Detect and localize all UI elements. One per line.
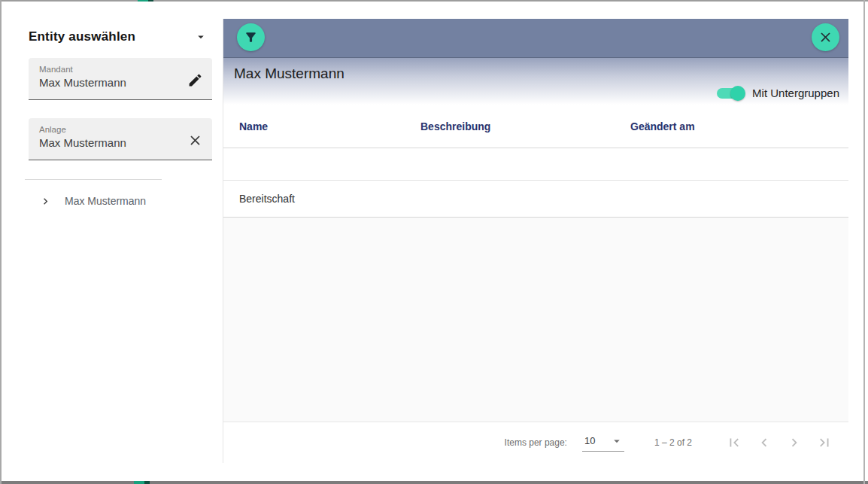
filter-icon bbox=[244, 30, 258, 44]
anlage-clear-button[interactable] bbox=[184, 129, 205, 151]
sidebar-divider bbox=[25, 179, 162, 180]
window-border-bottom bbox=[0, 481, 868, 484]
entity-sidebar: Entity auswählen Mandant Max Mustermann … bbox=[2, 2, 223, 481]
next-page-button[interactable] bbox=[785, 434, 803, 452]
anlage-field[interactable]: Anlage Max Mustermann bbox=[29, 118, 212, 160]
edit-icon bbox=[187, 72, 203, 88]
column-header-beschreibung: Beschreibung bbox=[420, 120, 630, 132]
items-per-page-label: Items per page: bbox=[505, 437, 567, 448]
last-page-button[interactable] bbox=[815, 434, 833, 452]
table-empty-area bbox=[223, 218, 848, 422]
group-list-panel: Max Mustermann Mit Untergruppen Name Bes… bbox=[223, 19, 848, 463]
filter-button[interactable] bbox=[237, 23, 265, 51]
entity-select-dialog: Entity auswählen Mandant Max Mustermann … bbox=[0, 0, 868, 484]
toggle-thumb bbox=[730, 86, 745, 101]
sidebar-header: Entity auswählen bbox=[29, 29, 209, 45]
paginator: Items per page: 10 1 – 2 of 2 bbox=[223, 422, 848, 463]
anlage-field-value: Max Mustermann bbox=[39, 136, 202, 149]
column-header-geaendert-am: Geändert am bbox=[630, 120, 848, 132]
first-page-button[interactable] bbox=[725, 434, 743, 452]
chevron-left-icon bbox=[756, 434, 772, 451]
panel-title: Max Mustermann bbox=[234, 65, 344, 82]
items-per-page-value: 10 bbox=[584, 435, 595, 446]
background-accent-sliver bbox=[134, 481, 144, 484]
table-header-row: Name Beschreibung Geändert am bbox=[223, 105, 848, 148]
window-border-right bbox=[863, 0, 865, 484]
subgroups-toggle[interactable] bbox=[717, 88, 743, 99]
close-icon bbox=[818, 29, 833, 45]
collapse-panel-button[interactable] bbox=[193, 29, 209, 45]
table-row[interactable] bbox=[223, 148, 848, 181]
table-row[interactable]: Bereitschaft bbox=[223, 181, 848, 218]
background-accent-sliver-dark bbox=[144, 481, 150, 484]
close-button[interactable] bbox=[812, 23, 839, 51]
tree-item-label: Max Mustermann bbox=[65, 195, 146, 207]
mandant-field-value: Max Mustermann bbox=[39, 76, 202, 89]
sidebar-title: Entity auswählen bbox=[29, 29, 135, 44]
panel-header-bar bbox=[223, 19, 848, 58]
mandant-edit-button[interactable] bbox=[184, 69, 205, 90]
anlage-field-label: Anlage bbox=[39, 125, 202, 134]
chevron-right-icon bbox=[39, 195, 52, 208]
clear-icon bbox=[187, 132, 203, 148]
row-name: Bereitschaft bbox=[239, 193, 420, 205]
column-header-name: Name bbox=[239, 120, 420, 132]
paginator-nav bbox=[725, 434, 833, 452]
subgroups-toggle-label: Mit Untergruppen bbox=[752, 87, 839, 99]
subgroups-toggle-row: Mit Untergruppen bbox=[717, 87, 839, 99]
chevron-right-icon bbox=[786, 434, 803, 451]
tree-item-max-mustermann[interactable]: Max Mustermann bbox=[39, 191, 146, 211]
dropdown-caret-icon bbox=[194, 30, 208, 44]
first-page-icon bbox=[726, 434, 742, 451]
mandant-field[interactable]: Mandant Max Mustermann bbox=[29, 58, 212, 100]
items-per-page-select[interactable]: 10 bbox=[582, 434, 624, 452]
previous-page-button[interactable] bbox=[755, 434, 773, 452]
last-page-icon bbox=[816, 434, 833, 451]
mandant-field-label: Mandant bbox=[39, 65, 202, 74]
page-range-label: 1 – 2 of 2 bbox=[654, 437, 692, 448]
dropdown-caret-icon bbox=[610, 434, 624, 448]
